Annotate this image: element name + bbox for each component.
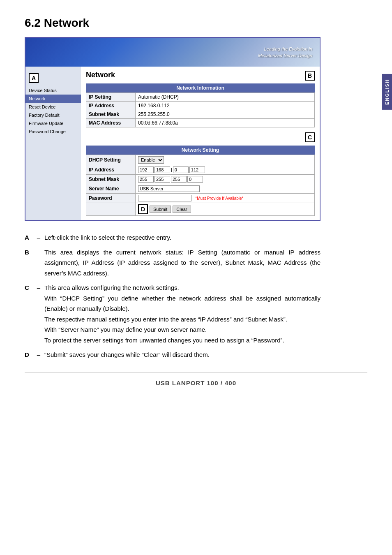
submit-cell: D Submit Clear (136, 203, 315, 216)
subnet-octet-1[interactable] (138, 176, 154, 183)
footer: USB LANPORT 100 / 400 (25, 372, 367, 386)
ip-octet-3[interactable] (173, 166, 189, 173)
sidebar-item-password-change[interactable]: Password Change (25, 127, 81, 136)
label-a-badge: A (29, 73, 39, 83)
subnet-mask-info-label: Subnet Mask (86, 110, 136, 119)
desc-c-part-2: The respective manual settings you enter… (44, 316, 287, 323)
language-tab: ENGLISH (382, 74, 392, 110)
descriptions-section: A – Left-click the link to select the re… (25, 232, 321, 360)
ip-setting-value: Automatic (DHCP) (136, 93, 315, 102)
sidebar-item-device-status[interactable]: Device Status (25, 86, 81, 95)
sidebar: A Device Status Network Reset Device Fac… (25, 67, 81, 220)
content-title: Network (86, 71, 315, 79)
table-row: Password *Must Provide If Available* (86, 194, 315, 203)
mac-address-label: MAC Address (86, 119, 136, 127)
ip-address-setting-label: IP Address (86, 165, 136, 175)
desc-item-b: B – This area displays the current netwo… (25, 247, 321, 279)
panel-body: A Device Status Network Reset Device Fac… (25, 67, 320, 220)
ip-octet-4[interactable] (189, 166, 205, 173)
label-b-badge: B (305, 71, 315, 81)
network-setting-table: Network Setting DHCP Setting Enable Disa… (86, 146, 315, 216)
banner: Leading the Evolution in Miniaturized Se… (25, 38, 320, 67)
ip-octet-1[interactable] (138, 166, 154, 173)
desc-text-c: This area allows configuring the network… (44, 282, 321, 345)
ip-address-info-label: IP Address (86, 102, 136, 110)
label-d-badge: D (138, 204, 148, 214)
desc-label-c: C (25, 282, 33, 345)
subnet-mask-setting-cell (136, 175, 315, 184)
password-cell: *Must Provide If Available* (136, 194, 315, 203)
network-info-table: Network Information IP Setting Automatic… (86, 83, 315, 127)
desc-c-part-0: This area allows configuring the network… (44, 284, 179, 291)
clear-button[interactable]: Clear (173, 206, 191, 213)
submit-label-cell (86, 203, 136, 216)
desc-label-a: A (25, 232, 33, 243)
table-row: IP Address 192.168.0.112 (86, 102, 315, 110)
server-name-cell (136, 184, 315, 194)
table-row: IP Address | (86, 165, 315, 175)
desc-label-b: B (25, 247, 33, 279)
ip-setting-label: IP Setting (86, 93, 136, 102)
table-row: D Submit Clear (86, 203, 315, 216)
subnet-mask-info-value: 255.255.255.0 (136, 110, 315, 119)
desc-c-part-1: With “DHCP Setting” you define whether t… (44, 295, 321, 312)
ip-address-info-value: 192.168.0.112 (136, 102, 315, 110)
table-row: Server Name (86, 184, 315, 194)
sidebar-item-network[interactable]: Network (25, 95, 81, 103)
desc-text-d: “Submit” saves your changes while “Clear… (44, 349, 321, 360)
table-row: MAC Address 00:0d:66:77:88:0a (86, 119, 315, 127)
sidebar-item-firmware-update[interactable]: Firmware Update (25, 119, 81, 127)
content-area: B Network Network Information IP Setting… (81, 67, 320, 220)
desc-item-d: D – “Submit” saves your changes while “C… (25, 349, 321, 360)
desc-dash-d: – (33, 349, 44, 360)
subnet-octet-3[interactable] (171, 176, 187, 183)
ui-panel: Leading the Evolution in Miniaturized Se… (25, 37, 321, 221)
desc-label-d: D (25, 349, 33, 360)
dhcp-select[interactable]: Enable Disable (138, 156, 164, 164)
desc-dash-b: – (33, 247, 44, 279)
network-setting-caption: Network Setting (86, 146, 315, 155)
table-row: DHCP Setting Enable Disable (86, 155, 315, 165)
desc-item-a: A – Left-click the link to select the re… (25, 232, 321, 243)
banner-text: Leading the Evolution in Miniaturized Se… (258, 46, 312, 59)
subnet-octet-4[interactable] (187, 176, 203, 183)
ip-separator: | (171, 167, 172, 172)
page-title: 6.2 Network (25, 16, 367, 30)
mac-address-value: 00:0d:66:77:88:0a (136, 119, 315, 127)
sidebar-item-reset-device[interactable]: Reset Device (25, 103, 81, 111)
password-label: Password (86, 194, 136, 203)
server-name-label: Server Name (86, 184, 136, 194)
must-provide-text: *Must Provide If Available* (195, 196, 243, 201)
ip-address-setting-cell: | (136, 165, 315, 175)
submit-button[interactable]: Submit (150, 206, 171, 213)
dhcp-setting-cell: Enable Disable (136, 155, 315, 165)
desc-text-b: This area displays the current network s… (44, 247, 321, 279)
label-c-badge: C (305, 132, 315, 142)
subnet-mask-setting-label: Subnet Mask (86, 175, 136, 184)
desc-c-part-4: To protect the server settings from unwa… (44, 337, 284, 344)
server-name-input[interactable] (138, 185, 200, 192)
network-info-caption: Network Information (86, 83, 315, 92)
table-row: IP Setting Automatic (DHCP) (86, 93, 315, 102)
desc-c-part-3: With “Server Name” you may define your o… (44, 326, 207, 333)
desc-text-a: Left-click the link to select the respec… (44, 232, 321, 243)
subnet-octet-2[interactable] (154, 176, 170, 183)
desc-item-c: C – This area allows configuring the net… (25, 282, 321, 345)
table-row: Subnet Mask (86, 175, 315, 184)
sidebar-item-factory-default[interactable]: Factory Default (25, 111, 81, 119)
ip-octet-2[interactable] (154, 166, 170, 173)
table-row: Subnet Mask 255.255.255.0 (86, 110, 315, 119)
password-input[interactable] (138, 195, 191, 201)
dhcp-setting-label: DHCP Setting (86, 155, 136, 165)
desc-dash-c: – (33, 282, 44, 345)
desc-dash-a: – (33, 232, 44, 243)
